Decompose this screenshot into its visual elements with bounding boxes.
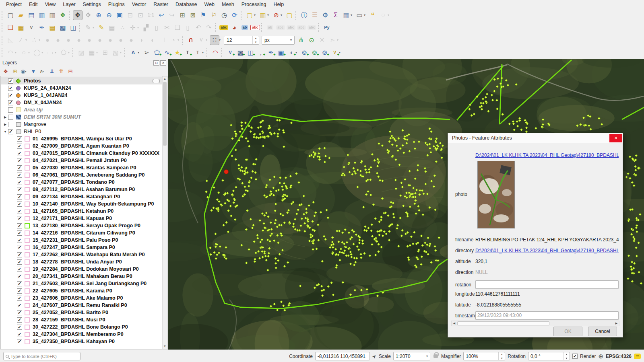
layer-diagram[interactable]: ab: [240, 23, 250, 33]
zoom-full-extent[interactable]: ▣: [115, 10, 124, 20]
menu-layer[interactable]: Layer: [59, 0, 79, 8]
temporal-controller[interactable]: ◷: [219, 10, 229, 20]
save-project[interactable]: ▤: [27, 10, 36, 20]
layer-checkbox[interactable]: ✓: [17, 187, 22, 192]
layer-item-05-427030-bpdashl-brantas-sampean-p0[interactable]: ✓05_427030_BPDASHL Brantas Sampean P0: [1, 164, 162, 171]
add-group[interactable]: ⊞: [11, 67, 19, 75]
remove-layer[interactable]: ⊟: [66, 67, 74, 75]
dialog-scrollbar-thumb[interactable]: [457, 321, 549, 325]
enable-snapping[interactable]: ∪: [186, 35, 196, 45]
create-annotation-layer[interactable]: A▾: [128, 48, 141, 58]
add-raster-layer[interactable]: ▩+: [235, 48, 245, 58]
layer-checkbox[interactable]: ✓: [17, 303, 22, 308]
menu-help[interactable]: Help: [270, 0, 287, 8]
add-vector-tile-layer[interactable]: V+▾: [330, 48, 342, 58]
expand-all[interactable]: ⇊: [48, 67, 56, 75]
lock-scale-icon[interactable]: [433, 354, 438, 358]
highlight-pinned-labels[interactable]: abc: [250, 23, 260, 33]
globe-icon[interactable]: ⊕: [598, 353, 603, 360]
project-properties[interactable]: ▥: [47, 10, 57, 20]
layer-checkbox[interactable]: ✓: [17, 144, 22, 149]
directory-link[interactable]: D:\2024\01_LK KLHK TA 2023\04_RHL Geotag…: [475, 248, 619, 253]
add-arcgis-layer[interactable]: ⊚+: [310, 48, 319, 58]
layer-checkbox[interactable]: [8, 115, 13, 120]
layer-item-kups-2a-04jan24[interactable]: ✓KUPS_2A_04JAN24: [1, 84, 162, 92]
epsg-label[interactable]: EPSG:4326: [606, 354, 632, 359]
layer-item-kups-1-04jan24[interactable]: ✓KUPS_1_04JAN24: [1, 92, 162, 99]
layer-checkbox[interactable]: ✓: [17, 173, 22, 178]
polygon-annotation[interactable]: ⬠+: [152, 48, 161, 58]
menu-raster[interactable]: Raster: [150, 0, 172, 8]
render-checkbox[interactable]: ✓: [572, 354, 578, 359]
deselect-features[interactable]: ⊘▾: [271, 10, 284, 20]
layer-checkbox[interactable]: ✓: [17, 230, 22, 236]
layer-item-12-427171-bpdashl-kapuas-p0[interactable]: ✓12_427171_BPDASHL Kapuas P0: [1, 215, 162, 222]
layer-checkbox[interactable]: ✓: [17, 317, 22, 323]
layer-checkbox[interactable]: [8, 122, 13, 127]
dialog-title-bar[interactable]: Photos - Feature Attributes ✕: [448, 133, 623, 143]
new-shapefile-layer[interactable]: V: [27, 23, 36, 33]
layer-checkbox[interactable]: ✓: [17, 288, 22, 294]
rotation-spinbox[interactable]: 0,0 ° ▲▼: [528, 352, 570, 360]
snapping-type[interactable]: ∷▾: [210, 35, 222, 45]
layer-checkbox[interactable]: ✓: [17, 216, 22, 221]
layer-labeling[interactable]: abc: [219, 23, 229, 33]
add-spatialite-layer[interactable]: ✒+: [266, 48, 275, 58]
zoom-out[interactable]: ⊖: [104, 10, 114, 20]
layer-item-16-427247-bpdashl-sampara-p0[interactable]: ✓16_427247_BPDASHL Sampara P0: [1, 244, 162, 251]
menu-view[interactable]: View: [41, 0, 59, 8]
new-gpx-layer[interactable]: ▤: [47, 23, 57, 33]
layer-checkbox[interactable]: ✓: [17, 267, 22, 272]
map-canvas[interactable]: Photos - Feature Attributes ✕ D:\2024\01…: [168, 59, 644, 350]
scale-combo[interactable]: 1:2070▾: [393, 352, 430, 360]
coordinate-input[interactable]: -8,011316 110,450891: [315, 352, 370, 360]
dialog-horizontal-scrollbar[interactable]: ◀ ▶: [451, 321, 619, 326]
scroll-up-icon[interactable]: ▲: [163, 76, 167, 81]
new-map-view[interactable]: ⊞: [178, 10, 187, 20]
layer-checkbox[interactable]: ✓: [17, 194, 22, 200]
layer-item-rhl-p0[interactable]: ▼✓RHL P0: [1, 128, 162, 135]
topological-editing[interactable]: ⋔: [296, 35, 306, 45]
layer-item-18-427278-bpdashl-unda-anyar-p0[interactable]: ✓18_427278_BPDASHL Unda Anyar P0: [1, 258, 162, 265]
menu-edit[interactable]: Edit: [25, 0, 41, 8]
layer-styling[interactable]: ◕: [229, 23, 239, 33]
expander-icon[interactable]: ▶: [2, 115, 8, 119]
new-geopackage-layer[interactable]: ▦: [16, 23, 26, 33]
layer-checkbox[interactable]: [8, 107, 13, 113]
menu-database[interactable]: Database: [172, 0, 201, 8]
measure-line[interactable]: ▭▾: [355, 10, 367, 20]
locator-search[interactable]: [3, 352, 80, 360]
style-manager[interactable]: ❖: [58, 10, 68, 20]
pan-map[interactable]: ✥: [73, 10, 83, 20]
layer-item-10-427140-bpdashl-way-seputih-sekampung-[interactable]: ✓10_427140_BPDASHL Way Seputih-Sekampung…: [1, 200, 162, 208]
layer-checkbox[interactable]: ✓: [17, 165, 22, 171]
layer-checkbox[interactable]: ✓: [8, 93, 13, 98]
layer-item-dm-x-04jan24[interactable]: ✓DM_X_04JAN24: [1, 99, 162, 106]
layer-item-06-427061-bpdashl-jeneberang-saddang-p0[interactable]: ✓06_427061_BPDASHL Jeneberang Saddang P0: [1, 171, 162, 179]
new-spatial-bookmark[interactable]: ⚑: [198, 10, 208, 20]
layer-item-15-427231-bpdashl-palu-poso-p0[interactable]: ✓15_427231_BPDASHL Palu Poso P0: [1, 237, 162, 244]
line-annotation[interactable]: ∿+: [162, 48, 171, 58]
layer-item-35-427350-bpdashl-kahayan-p0[interactable]: ✓35_427350_BPDASHL Kahayan P0: [1, 338, 162, 345]
menu-plugins[interactable]: Plugins: [105, 0, 128, 8]
layer-checkbox[interactable]: ✓: [17, 274, 22, 279]
layer-checkbox[interactable]: ✓: [17, 310, 22, 315]
scroll-left-icon[interactable]: ◀: [452, 321, 457, 326]
menu-vector[interactable]: Vector: [128, 0, 150, 8]
layer-checkbox[interactable]: ✓: [8, 78, 13, 84]
panel-dock-icon[interactable]: ⊡: [153, 60, 159, 66]
new-3d-map-view[interactable]: ⊠: [188, 10, 198, 20]
statistical-summary[interactable]: ☰: [310, 10, 320, 20]
select-by-value[interactable]: ▥▾: [258, 10, 270, 20]
layer-item-dem-srtm-30m-sumut[interactable]: ▶DEM SRTM 30M SUMUT: [1, 113, 162, 121]
text-annotation[interactable]: T+: [183, 48, 192, 58]
show-bookmarks[interactable]: ⚐: [209, 10, 219, 20]
layer-checkbox[interactable]: ✓: [17, 202, 22, 207]
longitude-value[interactable]: 110.44612761111111: [475, 291, 619, 297]
add-delimited-text-layer[interactable]: ,+: [256, 48, 265, 58]
layer-item-21-427603-bpdashl-sei-jang-duriangkang-p[interactable]: ✓21_427603_BPDASHL Sei Jang Duriangkang …: [1, 280, 162, 287]
menu-mesh[interactable]: Mesh: [218, 0, 238, 8]
add-virtual-layer[interactable]: ▣+: [276, 48, 285, 58]
layer-checkbox[interactable]: ✓: [17, 223, 22, 228]
panel-close-icon[interactable]: ✕: [160, 60, 166, 66]
